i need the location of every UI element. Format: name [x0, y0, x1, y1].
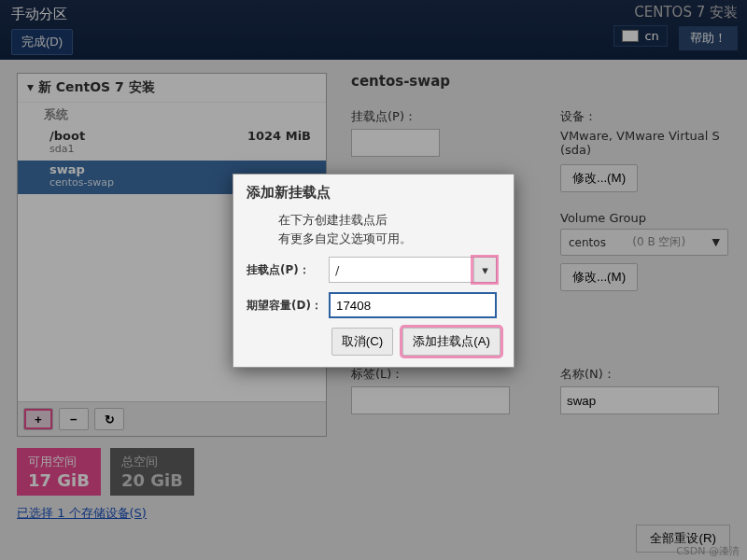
modal-overlay: 添加新挂载点 在下方创建挂载点后 有更多自定义选项可用。 挂载点(P)： / ▾… [0, 0, 747, 560]
dlg-add-button[interactable]: 添加挂载点(A) [402, 328, 500, 356]
dialog-title: 添加新挂载点 [247, 184, 500, 202]
chevron-down-icon[interactable]: ▾ [473, 258, 496, 282]
dialog-desc1: 在下方创建挂载点后 [278, 211, 500, 230]
dlg-mount-value: / [330, 263, 473, 277]
dlg-cap-label: 期望容量(D)： [247, 298, 323, 314]
dlg-mount-combo[interactable]: / ▾ [329, 257, 497, 283]
dlg-mount-label: 挂载点(P)： [247, 262, 323, 278]
dlg-cap-input[interactable] [329, 292, 497, 318]
add-mountpoint-dialog: 添加新挂载点 在下方创建挂载点后 有更多自定义选项可用。 挂载点(P)： / ▾… [233, 174, 514, 368]
dialog-desc2: 有更多自定义选项可用。 [278, 230, 500, 248]
dlg-cancel-button[interactable]: 取消(C) [331, 328, 394, 356]
